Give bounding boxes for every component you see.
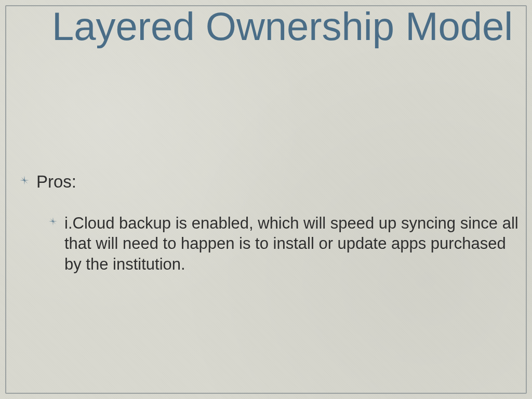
list-item: i.Cloud backup is enabled, which will sp… <box>49 213 520 275</box>
slide-body: Pros: i.Cloud backup is enabled, which w… <box>20 171 520 275</box>
list-item-text: i.Cloud backup is enabled, which will sp… <box>64 213 520 275</box>
list-item: Pros: <box>20 171 520 192</box>
slide-title: Layered Ownership Model <box>52 6 513 47</box>
starburst-icon <box>49 217 57 225</box>
starburst-icon <box>20 176 29 185</box>
list-item-label: Pros: <box>36 171 76 192</box>
